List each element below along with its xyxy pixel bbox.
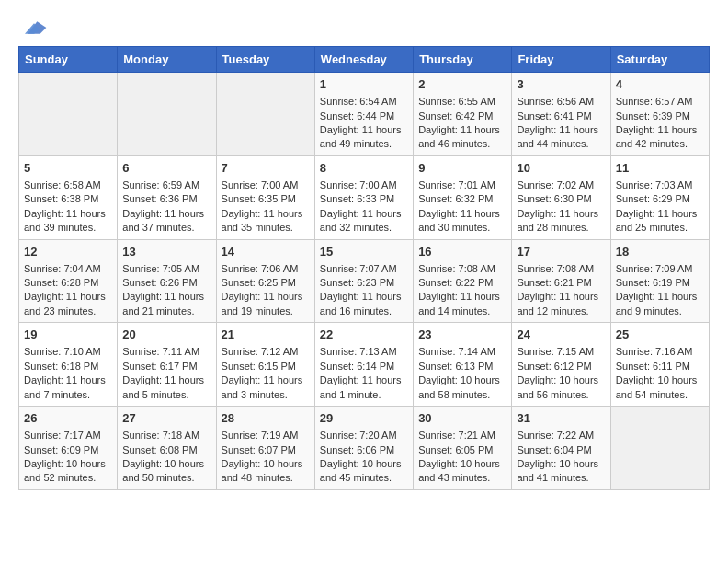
- logo-icon: [20, 18, 48, 37]
- sunrise-text: Sunrise: 7:21 AM: [418, 430, 495, 441]
- cell-content: 3Sunrise: 6:56 AMSunset: 6:41 PMDaylight…: [517, 76, 605, 152]
- calendar-cell: [216, 73, 314, 156]
- day-number: 22: [320, 327, 408, 343]
- calendar-cell: 26Sunrise: 7:17 AMSunset: 6:09 PMDayligh…: [19, 407, 118, 490]
- cell-content: 17Sunrise: 7:08 AMSunset: 6:21 PMDayligh…: [517, 244, 605, 319]
- day-number: 8: [320, 160, 408, 177]
- calendar-cell: [118, 73, 216, 156]
- daylight-text: Daylight: 11 hours and 1 minute.: [320, 374, 402, 399]
- day-header: Saturday: [610, 47, 709, 73]
- cell-content: 16Sunrise: 7:08 AMSunset: 6:22 PMDayligh…: [418, 244, 506, 319]
- calendar-cell: 28Sunrise: 7:19 AMSunset: 6:07 PMDayligh…: [216, 407, 314, 490]
- calendar-cell: 16Sunrise: 7:08 AMSunset: 6:22 PMDayligh…: [414, 239, 512, 323]
- day-number: 27: [122, 410, 210, 427]
- sunrise-text: Sunrise: 7:01 AM: [418, 179, 495, 190]
- cell-content: 9Sunrise: 7:01 AMSunset: 6:32 PMDaylight…: [418, 160, 506, 236]
- sunset-text: Sunset: 6:08 PM: [122, 444, 197, 455]
- sunset-text: Sunset: 6:09 PM: [24, 444, 98, 455]
- sunrise-text: Sunrise: 7:18 AM: [122, 430, 199, 441]
- sunset-text: Sunset: 6:05 PM: [418, 444, 493, 455]
- daylight-text: Daylight: 11 hours and 5 minutes.: [122, 374, 204, 399]
- cell-content: 18Sunrise: 7:09 AMSunset: 6:19 PMDayligh…: [616, 244, 704, 319]
- daylight-text: Daylight: 11 hours and 44 minutes.: [517, 124, 598, 149]
- cell-content: 21Sunrise: 7:12 AMSunset: 6:15 PMDayligh…: [222, 327, 310, 402]
- cell-content: 28Sunrise: 7:19 AMSunset: 6:07 PMDayligh…: [222, 410, 310, 486]
- day-number: 13: [122, 244, 210, 260]
- day-number: 17: [517, 244, 605, 260]
- calendar-cell: 23Sunrise: 7:14 AMSunset: 6:13 PMDayligh…: [414, 323, 512, 407]
- sunrise-text: Sunrise: 7:03 AM: [616, 179, 693, 190]
- page-header: [18, 18, 710, 37]
- sunrise-text: Sunrise: 7:08 AM: [418, 263, 495, 274]
- day-number: 26: [24, 410, 112, 427]
- day-number: 21: [222, 327, 310, 343]
- day-header: Thursday: [414, 47, 512, 73]
- sunrise-text: Sunrise: 6:59 AM: [122, 179, 199, 190]
- day-number: 10: [517, 160, 605, 177]
- day-header: Sunday: [19, 47, 118, 73]
- calendar-cell: 14Sunrise: 7:06 AMSunset: 6:25 PMDayligh…: [216, 239, 314, 323]
- sunset-text: Sunset: 6:28 PM: [24, 277, 98, 288]
- day-number: 2: [418, 76, 506, 93]
- daylight-text: Daylight: 10 hours and 48 minutes.: [222, 458, 303, 483]
- daylight-text: Daylight: 11 hours and 42 minutes.: [616, 124, 698, 149]
- day-number: 20: [122, 327, 210, 343]
- day-number: 1: [320, 76, 408, 93]
- sunrise-text: Sunrise: 6:54 AM: [320, 96, 397, 107]
- daylight-text: Daylight: 10 hours and 43 minutes.: [418, 458, 500, 483]
- calendar-table: SundayMondayTuesdayWednesdayThursdayFrid…: [18, 46, 710, 490]
- calendar-cell: 27Sunrise: 7:18 AMSunset: 6:08 PMDayligh…: [118, 407, 216, 490]
- cell-content: 1Sunrise: 6:54 AMSunset: 6:44 PMDaylight…: [320, 76, 408, 152]
- day-number: 29: [320, 410, 408, 427]
- cell-content: 14Sunrise: 7:06 AMSunset: 6:25 PMDayligh…: [222, 244, 310, 319]
- cell-content: 19Sunrise: 7:10 AMSunset: 6:18 PMDayligh…: [24, 327, 112, 402]
- daylight-text: Daylight: 11 hours and 7 minutes.: [24, 374, 106, 399]
- sunrise-text: Sunrise: 7:15 AM: [517, 346, 594, 357]
- day-number: 11: [616, 160, 704, 177]
- daylight-text: Daylight: 11 hours and 9 minutes.: [616, 291, 698, 316]
- calendar-cell: 29Sunrise: 7:20 AMSunset: 6:06 PMDayligh…: [314, 407, 413, 490]
- daylight-text: Daylight: 11 hours and 37 minutes.: [122, 208, 204, 233]
- daylight-text: Daylight: 11 hours and 23 minutes.: [24, 291, 106, 316]
- sunset-text: Sunset: 6:42 PM: [418, 110, 493, 121]
- calendar-cell: 10Sunrise: 7:02 AMSunset: 6:30 PMDayligh…: [512, 155, 610, 239]
- cell-content: 22Sunrise: 7:13 AMSunset: 6:14 PMDayligh…: [320, 327, 408, 402]
- daylight-text: Daylight: 11 hours and 3 minutes.: [222, 374, 303, 399]
- sunrise-text: Sunrise: 7:16 AM: [616, 346, 693, 357]
- cell-content: 2Sunrise: 6:55 AMSunset: 6:42 PMDaylight…: [418, 76, 506, 152]
- calendar-cell: 9Sunrise: 7:01 AMSunset: 6:32 PMDaylight…: [414, 155, 512, 239]
- sunrise-text: Sunrise: 7:02 AM: [517, 179, 594, 190]
- day-number: 31: [517, 410, 605, 427]
- daylight-text: Daylight: 11 hours and 30 minutes.: [418, 208, 500, 233]
- calendar-cell: 11Sunrise: 7:03 AMSunset: 6:29 PMDayligh…: [610, 155, 709, 239]
- sunrise-text: Sunrise: 7:06 AM: [222, 263, 299, 274]
- daylight-text: Daylight: 11 hours and 35 minutes.: [222, 208, 303, 233]
- sunset-text: Sunset: 6:25 PM: [222, 277, 296, 288]
- calendar-cell: 15Sunrise: 7:07 AMSunset: 6:23 PMDayligh…: [314, 239, 413, 323]
- day-number: 5: [24, 160, 112, 177]
- cell-content: 24Sunrise: 7:15 AMSunset: 6:12 PMDayligh…: [517, 327, 605, 402]
- cell-content: 31Sunrise: 7:22 AMSunset: 6:04 PMDayligh…: [517, 410, 605, 486]
- sunset-text: Sunset: 6:35 PM: [222, 193, 296, 204]
- sunrise-text: Sunrise: 7:00 AM: [222, 179, 299, 190]
- day-number: 9: [418, 160, 506, 177]
- calendar-cell: 4Sunrise: 6:57 AMSunset: 6:39 PMDaylight…: [610, 73, 709, 156]
- calendar-cell: 3Sunrise: 6:56 AMSunset: 6:41 PMDaylight…: [512, 73, 610, 156]
- sunrise-text: Sunrise: 7:04 AM: [24, 263, 101, 274]
- daylight-text: Daylight: 11 hours and 25 minutes.: [616, 208, 698, 233]
- sunset-text: Sunset: 6:32 PM: [418, 193, 493, 204]
- cell-content: 11Sunrise: 7:03 AMSunset: 6:29 PMDayligh…: [616, 160, 704, 236]
- daylight-text: Daylight: 11 hours and 16 minutes.: [320, 291, 402, 316]
- day-number: 4: [616, 76, 704, 93]
- cell-content: 27Sunrise: 7:18 AMSunset: 6:08 PMDayligh…: [122, 410, 210, 486]
- sunrise-text: Sunrise: 6:58 AM: [24, 179, 101, 190]
- daylight-text: Daylight: 11 hours and 14 minutes.: [418, 291, 500, 316]
- cell-content: 5Sunrise: 6:58 AMSunset: 6:38 PMDaylight…: [24, 160, 112, 236]
- calendar-cell: 2Sunrise: 6:55 AMSunset: 6:42 PMDaylight…: [414, 73, 512, 156]
- calendar-cell: 12Sunrise: 7:04 AMSunset: 6:28 PMDayligh…: [19, 239, 118, 323]
- sunrise-text: Sunrise: 6:55 AM: [418, 96, 495, 107]
- day-number: 3: [517, 76, 605, 93]
- day-number: 15: [320, 244, 408, 260]
- daylight-text: Daylight: 10 hours and 41 minutes.: [517, 458, 598, 483]
- sunset-text: Sunset: 6:44 PM: [320, 110, 394, 121]
